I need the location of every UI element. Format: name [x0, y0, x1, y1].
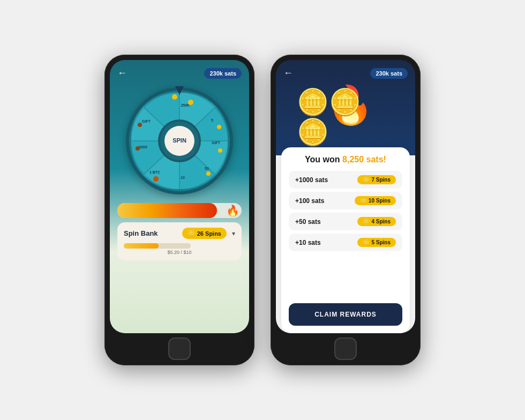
bank-progress-fill	[124, 243, 159, 249]
svg-point-20	[206, 171, 211, 176]
svg-text:GIFT: GIFT	[142, 119, 151, 123]
svg-point-19	[218, 148, 222, 153]
sats-badge-1: 230k sats	[204, 68, 242, 79]
spin-coin-icon-2: 🪙	[360, 198, 366, 204]
svg-text:10: 10	[181, 176, 185, 179]
svg-text:50: 50	[205, 167, 209, 170]
reward-row-3: +50 sats 🪙 4 Spins	[289, 213, 402, 230]
reward-sats-1: +1000 sats	[295, 176, 328, 184]
screen1: ← 230k sats	[110, 60, 249, 333]
svg-point-18	[217, 125, 221, 129]
rewards-card: You won 8,250 sats! +1000 sats 🪙 7 Spins…	[281, 147, 410, 333]
sats-badge-2: 230k sats	[370, 68, 408, 79]
coins-stack-icon: 🪙🪙🪙	[297, 87, 366, 147]
reward-sats-2: +100 sats	[295, 197, 324, 205]
screen2: ← 230k sats 🔥 🪙🪙🪙 You won 8,250 sats! +1…	[276, 60, 415, 333]
chevron-down-icon[interactable]: ▾	[232, 230, 235, 237]
wheel-container: 250K 5 GIFT 50 10 1 BTC 1000 GIFT	[110, 83, 249, 199]
reward-row-1: +1000 sats 🪙 7 Spins	[289, 171, 402, 189]
screen1-header: ← 230k sats	[110, 60, 249, 83]
spin-coin-icon-1: 🪙	[363, 177, 369, 183]
svg-text:GIFT: GIFT	[212, 141, 221, 145]
reward-spins-badge-1: 🪙 7 Spins	[357, 175, 396, 184]
phone-1: ← 230k sats	[104, 55, 254, 365]
home-button-1[interactable]	[168, 338, 191, 360]
svg-point-23	[138, 123, 142, 127]
reward-sats-4: +10 sats	[295, 239, 321, 246]
spin-coin-icon-3: 🪙	[363, 219, 369, 224]
spin-wheel[interactable]: 250K 5 GIFT 50 10 1 BTC 1000 GIFT	[126, 87, 233, 194]
reward-sats-3: +50 sats	[295, 218, 321, 226]
bank-progress-text: $5.20 / $10	[124, 250, 235, 255]
claim-rewards-button[interactable]: CLAIM REWARDS	[289, 303, 402, 326]
reward-spins-badge-2: 🪙 10 Spins	[355, 196, 396, 205]
svg-point-21	[153, 176, 159, 182]
screen2-header: ← 230k sats	[276, 60, 415, 83]
back-button[interactable]: ←	[117, 68, 127, 79]
wheel-pointer	[175, 86, 184, 95]
spins-badge: 🪙 26 Spins	[182, 228, 227, 239]
svg-text:1 BTC: 1 BTC	[149, 170, 160, 174]
phones-container: ← 230k sats	[104, 55, 421, 365]
svg-point-22	[136, 146, 140, 151]
spin-bank-section: Spin Bank 🪙 26 Spins ▾	[117, 222, 242, 260]
fire-icon: 🔥	[226, 204, 239, 217]
reward-spins-badge-4: 🪙 5 Spins	[357, 238, 396, 247]
svg-point-17	[188, 100, 193, 105]
reward-row-4: +10 sats 🪙 5 Spins	[289, 234, 402, 251]
back-button-2[interactable]: ←	[283, 68, 293, 79]
svg-text:SPIN: SPIN	[172, 137, 186, 144]
coin-icon-small: 🪙	[188, 230, 195, 237]
won-amount: 8,250 sats!	[342, 155, 386, 164]
svg-text:250K: 250K	[181, 103, 190, 107]
svg-text:1000: 1000	[139, 145, 147, 149]
fire-progress-bar: 🔥	[117, 203, 242, 218]
reward-spins-badge-3: 🪙 4 Spins	[357, 217, 396, 226]
wheel-svg: 250K 5 GIFT 50 10 1 BTC 1000 GIFT	[129, 91, 230, 191]
svg-text:5: 5	[211, 118, 213, 122]
phone-2: ← 230k sats 🔥 🪙🪙🪙 You won 8,250 sats! +1…	[271, 55, 421, 365]
spin-bank-label: Spin Bank	[124, 229, 158, 237]
home-button-2[interactable]	[334, 338, 357, 360]
won-title: You won 8,250 sats!	[289, 155, 402, 164]
svg-point-24	[172, 94, 177, 100]
reward-row-2: +100 sats 🪙 10 Spins	[289, 192, 402, 209]
bank-progress-bar	[124, 243, 191, 249]
progress-fill	[117, 203, 217, 218]
flame-coins-container: 🔥 🪙🪙🪙	[276, 83, 415, 147]
spin-coin-icon-4: 🪙	[363, 239, 369, 245]
